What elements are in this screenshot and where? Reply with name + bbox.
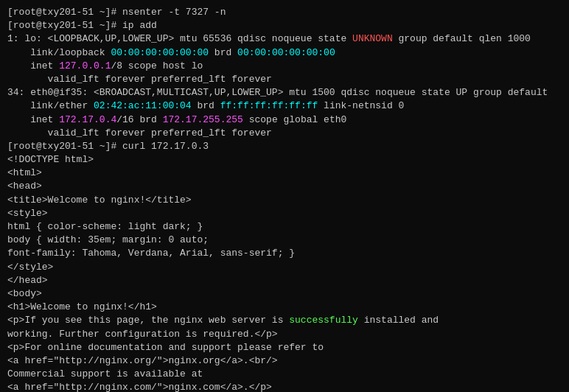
terminal-line: <p>If you see this page, the nginx web s… (7, 314, 562, 327)
terminal-line: <h1>Welcome to nginx!</h1> (7, 301, 562, 314)
terminal-line: <title>Welcome to nginx!</title> (7, 194, 562, 207)
terminal-line: </style> (7, 261, 562, 274)
terminal-line: Commercial support is available at (7, 368, 562, 381)
terminal-line: <p>For online documentation and support … (7, 341, 562, 354)
terminal-line: valid_lft forever preferred_lft forever (7, 127, 562, 140)
terminal-line: working. Further configuration is requir… (7, 328, 562, 341)
terminal-line: link/loopback 00:00:00:00:00:00 brd 00:0… (7, 46, 562, 60)
terminal-line: [root@txy201-51 ~]# curl 172.17.0.3 (7, 140, 562, 153)
terminal-line: body { width: 35em; margin: 0 auto; (7, 234, 562, 247)
terminal-line: <style> (7, 207, 562, 220)
terminal[interactable]: [root@txy201-51 ~]# nsenter -t 7327 -n[r… (7, 6, 562, 386)
terminal-line: </head> (7, 274, 562, 287)
terminal-line: inet 172.17.0.4/16 brd 172.17.255.255 sc… (7, 113, 562, 127)
terminal-line: [root@txy201-51 ~]# nsenter -t 7327 -n (7, 6, 562, 19)
terminal-line: <!DOCTYPE html> (7, 153, 562, 167)
terminal-line: <html> (7, 167, 562, 180)
terminal-line: <a href="http://nginx.com/">nginx.com</a… (7, 381, 562, 392)
terminal-line: html { color-scheme: light dark; } (7, 220, 562, 234)
terminal-line: inet 127.0.0.1/8 scope host lo (7, 60, 562, 73)
terminal-line: <head> (7, 180, 562, 193)
terminal-line: [root@txy201-51 ~]# ip add (7, 19, 562, 32)
terminal-line: link/ether 02:42:ac:11:00:04 brd ff:ff:f… (7, 99, 562, 113)
terminal-line: 1: lo: <LOOPBACK,UP,LOWER_UP> mtu 65536 … (7, 32, 562, 46)
terminal-line: 34: eth0@if35: <BROADCAST,MULTICAST,UP,L… (7, 86, 562, 99)
terminal-line: font-family: Tahoma, Verdana, Arial, san… (7, 247, 562, 260)
terminal-line: <a href="http://nginx.org/">nginx.org</a… (7, 354, 562, 368)
terminal-line: valid_lft forever preferred_lft forever (7, 73, 562, 86)
terminal-line: <body> (7, 287, 562, 301)
